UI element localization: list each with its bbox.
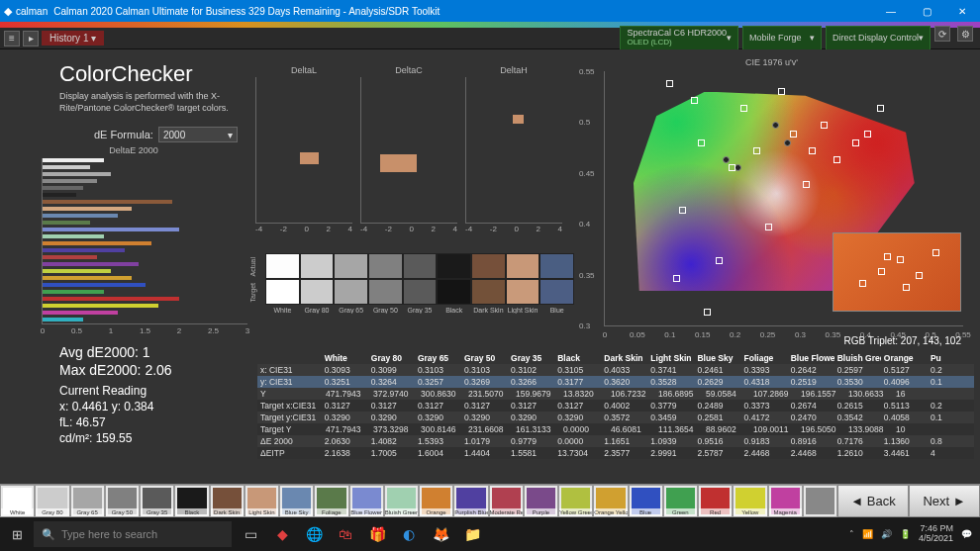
nav-button[interactable]: ▸ (23, 31, 39, 46)
bar (43, 297, 179, 301)
palette-swatch[interactable]: Black (174, 485, 209, 517)
palette-swatch[interactable]: Yellow Green (558, 485, 593, 517)
refresh-button[interactable]: ⟳ (934, 26, 950, 42)
bar (43, 214, 118, 218)
delta-charts: DeltaL -4-2024DeltaC -4-2024DeltaH -4-20… (255, 65, 562, 233)
maximize-button[interactable]: ▢ (909, 0, 944, 22)
wifi-icon[interactable]: 📶 (862, 529, 873, 539)
palette-swatch[interactable]: Gray 35 (140, 485, 174, 517)
palette-swatch[interactable]: Gray 65 (70, 485, 105, 517)
bottom-swatch-bar: WhiteGray 80Gray 65Gray 50Gray 35BlackDa… (0, 484, 980, 517)
battery-icon[interactable]: 🔋 (900, 529, 911, 539)
taskbar-search[interactable]: 🔍 Type here to search (34, 521, 232, 547)
bar (43, 241, 151, 245)
bar (43, 290, 104, 294)
palette-swatch[interactable]: Orange (419, 485, 453, 517)
delta-label: DeltaL (255, 65, 352, 75)
cie-point (772, 122, 779, 129)
app-icon-1[interactable]: 🎁 (362, 519, 392, 549)
folder-icon[interactable]: 📁 (457, 519, 487, 549)
meter-dropdown[interactable]: SpectraCal C6 HDR2000OLED (LCD)▾ (620, 26, 738, 50)
bar (43, 262, 139, 266)
fl-reading: fL: 46.57 (59, 415, 172, 429)
cie-point (803, 181, 810, 188)
rgb-readout: RGB Triplet: 207, 143, 102 (844, 335, 961, 346)
search-icon: 🔍 (42, 528, 55, 541)
history-dropdown[interactable]: History 1 ▾ (42, 31, 104, 46)
edge-icon[interactable]: 🌐 (299, 519, 329, 549)
back-button[interactable]: ◄ Back (837, 485, 909, 517)
bar (43, 276, 132, 280)
page-subtitle: Display analysis is performed with the X… (59, 91, 238, 114)
table-row[interactable]: Target x:CIE310.31270.31270.31270.31270.… (257, 400, 974, 412)
app-icon-2[interactable]: ◐ (394, 519, 424, 549)
swatch (265, 253, 300, 279)
palette-swatch[interactable]: White (0, 485, 35, 517)
calman-task-icon[interactable]: ◆ (267, 519, 297, 549)
next-button[interactable]: Next ► (909, 485, 980, 517)
swatch (403, 253, 438, 279)
app-toolbar: ≡ ▸ History 1 ▾ SpectraCal C6 HDR2000OLE… (0, 28, 980, 49)
palette-swatch[interactable]: Dark Skin (210, 485, 245, 517)
palette-swatch[interactable]: Yellow (733, 485, 767, 517)
windows-taskbar: ⊞ 🔍 Type here to search ▭ ◆ 🌐 🛍 🎁 ◐ 🦊 📁 … (0, 517, 980, 551)
clock[interactable]: 7:46 PM 4/5/2021 (919, 524, 953, 544)
close-button[interactable]: ✕ (944, 0, 980, 22)
settings-button[interactable]: ⚙ (957, 26, 973, 42)
window-title: Calman 2020 Calman Ultimate for Business… (53, 6, 440, 17)
task-view-icon[interactable]: ▭ (236, 519, 265, 549)
palette-swatch[interactable]: Foliage (314, 485, 348, 517)
zoom-inset (833, 232, 961, 312)
palette-swatch[interactable]: Gray 80 (35, 485, 69, 517)
start-button[interactable]: ⊞ (0, 517, 34, 551)
data-table[interactable]: WhiteGray 80Gray 65Gray 50Gray 35BlackDa… (257, 352, 974, 480)
firefox-icon[interactable]: 🦊 (426, 519, 455, 549)
menu-button[interactable]: ≡ (4, 31, 20, 46)
search-placeholder: Type here to search (61, 528, 157, 540)
palette-swatch[interactable]: Blue (629, 485, 663, 517)
max-de: Max dE2000: 2.06 (59, 362, 172, 378)
palette-swatch[interactable]: Magenta (768, 485, 803, 517)
table-row[interactable]: y: CIE310.32510.32640.32570.32690.32660.… (257, 376, 974, 388)
control-dropdown[interactable]: Direct Display Control▾ (826, 26, 931, 50)
avg-de: Avg dE2000: 1 (59, 344, 172, 360)
source-dropdown[interactable]: Mobile Forge▾ (742, 26, 822, 50)
bar (43, 228, 179, 231)
app-logo-icon: ◆ (4, 5, 12, 18)
bar (43, 207, 132, 211)
palette-swatch[interactable]: Red (698, 485, 733, 517)
palette-swatch[interactable]: Purple (524, 485, 558, 517)
tray-chevron-icon[interactable]: ˄ (849, 529, 854, 539)
palette-swatch[interactable]: Blue Sky (279, 485, 314, 517)
palette-swatch[interactable]: Moderate Red (489, 485, 524, 517)
table-row[interactable]: ΔE 20002.06301.40821.53931.01790.97790.0… (257, 435, 974, 447)
palette-swatch[interactable]: Blue Flower (349, 485, 384, 517)
formula-label: dE Formula: (94, 129, 153, 140)
table-row[interactable]: Y471.7943372.9740300.8630231.5070159.967… (257, 388, 974, 400)
swatch (437, 279, 471, 305)
cie-point (852, 139, 859, 146)
formula-select[interactable]: 2000▾ (158, 127, 238, 142)
bar (43, 172, 111, 176)
store-icon[interactable]: 🛍 (331, 519, 360, 549)
palette-swatch[interactable]: Orange Yellow (593, 485, 628, 517)
minimize-button[interactable]: — (873, 0, 909, 22)
table-row[interactable]: ΔEITP2.16381.70051.60041.44041.558113.73… (257, 447, 974, 459)
palette-swatch[interactable]: Light Skin (245, 485, 279, 517)
table-row[interactable]: Target y:CIE310.32900.32900.32900.32900.… (257, 412, 974, 423)
palette-swatch[interactable]: Purplish Blue (453, 485, 488, 517)
palette-swatch[interactable]: Green (663, 485, 698, 517)
window-titlebar: ◆ calman Calman 2020 Calman Ultimate for… (0, 0, 980, 22)
palette-swatch[interactable]: Bluish Green (384, 485, 419, 517)
table-row[interactable]: Target Y471.7943373.3298300.8146231.6608… (257, 423, 974, 435)
actual-label: Actual (249, 257, 263, 276)
bar (43, 200, 172, 204)
cie-point (864, 131, 871, 138)
notifications-icon[interactable]: 💬 (961, 529, 972, 539)
palette-swatch[interactable]: Gray 50 (105, 485, 140, 517)
bar (43, 179, 97, 183)
table-row[interactable]: x: CIE310.30930.30990.31030.31030.31020.… (257, 364, 974, 376)
volume-icon[interactable]: 🔊 (881, 529, 892, 539)
cie-point (740, 105, 747, 112)
swatch (471, 253, 506, 279)
